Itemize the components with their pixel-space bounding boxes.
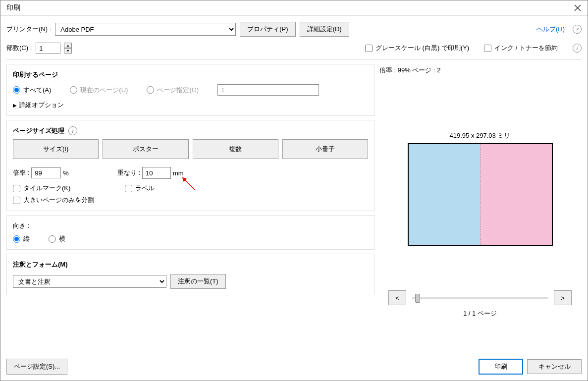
svg-line-0 xyxy=(185,180,195,190)
comments-title: 注釈とフォーム(M) xyxy=(13,260,368,269)
page-counter: 1 / 1 ページ xyxy=(463,309,497,318)
preview-half-left xyxy=(409,144,481,245)
slider-thumb[interactable] xyxy=(415,294,420,303)
prev-page-button[interactable]: < xyxy=(388,290,406,305)
preview-half-right xyxy=(480,144,552,245)
orientation-section: 向き : 縦 横 xyxy=(6,215,374,250)
preview-page xyxy=(408,143,553,246)
triangle-right-icon: ▶ xyxy=(13,103,17,108)
overlap-input[interactable] xyxy=(142,167,171,179)
more-options-toggle[interactable]: ▶ 詳細オプション xyxy=(13,101,368,109)
multiple-tab[interactable]: 複数 xyxy=(193,139,278,159)
print-pages-title: 印刷するページ xyxy=(13,70,368,79)
preview-dimensions: 419.95 x 297.03 ミリ xyxy=(450,131,511,140)
print-pages-section: 印刷するページ すべて(A) 現在のページ(U) ページ指定(G) xyxy=(6,64,374,116)
tile-marks-checkbox[interactable]: タイルマーク(K) xyxy=(13,184,70,193)
copies-up[interactable]: ▲ xyxy=(64,43,72,48)
page-slider[interactable] xyxy=(412,293,548,303)
orientation-title: 向き : xyxy=(13,221,368,230)
help-link[interactable]: ヘルプ(H) xyxy=(536,25,565,34)
scale-unit: % xyxy=(63,169,69,177)
labels-checkbox[interactable]: ラベル xyxy=(125,184,155,193)
info-icon[interactable]: i xyxy=(573,44,582,53)
printer-label: プリンター(N) : xyxy=(6,25,51,34)
preview-divider xyxy=(480,144,481,245)
next-page-button[interactable]: > xyxy=(554,290,572,305)
portrait-radio[interactable]: 縦 xyxy=(13,234,30,243)
scale-input[interactable] xyxy=(31,167,61,178)
overlap-unit: mm xyxy=(173,169,184,177)
titlebar: 印刷 xyxy=(0,0,588,16)
pages-current-radio[interactable]: 現在のページ(U) xyxy=(70,86,128,95)
comments-select[interactable]: 文書と注釈 xyxy=(13,275,166,288)
copies-label: 部数(C) : xyxy=(6,44,32,53)
sizing-title: ページサイズ処理 xyxy=(13,126,64,135)
copies-input[interactable] xyxy=(36,43,60,54)
preview-header: 倍率 : 99% ページ : 2 xyxy=(378,64,582,77)
properties-button[interactable]: プロパティ(P) xyxy=(240,22,295,37)
scale-label: 倍率 : xyxy=(13,168,29,177)
info-icon[interactable]: i xyxy=(68,126,77,135)
close-button[interactable] xyxy=(574,4,582,12)
landscape-radio[interactable]: 横 xyxy=(49,234,65,243)
printer-select[interactable]: Adobe PDF xyxy=(55,23,236,36)
cancel-button[interactable]: キャンセル xyxy=(527,359,582,374)
page-range-input[interactable] xyxy=(217,84,319,96)
booklet-tab[interactable]: 小冊子 xyxy=(282,139,368,159)
page-setup-button[interactable]: ページ設定(S)... xyxy=(6,359,67,375)
pages-range-radio[interactable]: ページ指定(G) xyxy=(147,86,199,95)
advanced-settings-button[interactable]: 詳細設定(D) xyxy=(300,22,349,37)
split-large-checkbox[interactable]: 大きいページのみを分割 xyxy=(13,196,94,205)
copies-down[interactable]: ▼ xyxy=(64,48,72,54)
save-toner-checkbox[interactable]: インク / トナーを節約 xyxy=(484,44,558,53)
poster-tab[interactable]: ポスター xyxy=(103,139,188,159)
comments-summary-button[interactable]: 注釈の一覧(T) xyxy=(170,274,226,289)
grayscale-checkbox[interactable]: グレースケール (白黒) で印刷(Y) xyxy=(365,44,469,53)
comments-section: 注釈とフォーム(M) 文書と注釈 注釈の一覧(T) xyxy=(6,254,374,295)
overlap-label: 重なり : xyxy=(117,168,140,177)
pages-all-radio[interactable]: すべて(A) xyxy=(13,86,51,95)
help-icon[interactable]: ? xyxy=(573,25,582,34)
size-tab[interactable]: サイズ(I) xyxy=(13,139,99,159)
sizing-section: ページサイズ処理 i サイズ(I) ポスター 複数 小冊子 倍率 : % xyxy=(6,120,374,211)
dialog-title: 印刷 xyxy=(6,3,20,12)
print-button[interactable]: 印刷 xyxy=(479,359,523,375)
